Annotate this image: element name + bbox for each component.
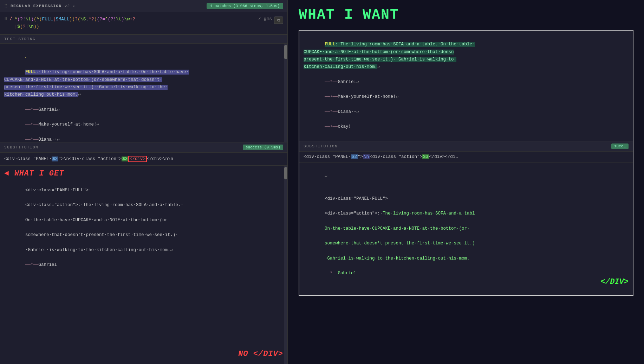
regex-not: ?! — [23, 24, 28, 29]
right-dialog-2: ——•—— — [325, 94, 338, 99]
full-keyword: FULL — [25, 70, 36, 75]
sub-text-3: </div>\n\n — [147, 157, 173, 161]
test-string-area[interactable]: ⌐ FULL:·The·living·room·has·SOFA·and·a·t… — [0, 44, 287, 142]
regex-q2: *? — [89, 17, 94, 22]
scrollbar[interactable] — [284, 44, 287, 142]
regex-anchor2: ^ — [37, 17, 39, 22]
test-string-content: ⌐ FULL:·The·living·room·has·SOFA·and·a·t… — [4, 46, 283, 142]
matches-badge: 4 matches (3 066 steps, 1.5ms) — [207, 3, 283, 9]
regex-dollar: $ — [17, 24, 20, 29]
right-output-area: ↵ <div·class="PANEL·FULL"> <div·class="a… — [299, 162, 633, 295]
right-out-green-4: ·Gahriel·is·walking·to·the·kitchen·calli… — [325, 256, 470, 261]
regex-lookahead1-close: ) — [31, 17, 34, 22]
scrollbar-thumb — [284, 45, 287, 59]
right-sub-header: SUBSTITUTION succ… — [299, 141, 633, 152]
what-i-get-label: ◄ WHAT I GET — [4, 169, 283, 178]
right-sub-content: <div·class="PANEL·$2">\n<div·class="acti… — [299, 152, 633, 162]
regex-open-slash: / — [9, 16, 12, 22]
regex-header-left: ⠿ REGULAR EXPRESSION v2 ▾ — [4, 3, 76, 9]
cursor-marker: ⌐ — [25, 56, 27, 59]
test-string-label: TEST STRING — [0, 34, 287, 44]
output-scrollbar-thumb — [284, 167, 287, 179]
right-panel: WHAT I WANT FULL:·The·living·room·has·SO… — [288, 0, 644, 364]
regex-anchor3: ^ — [105, 17, 108, 22]
sub-text-2: ">\n<div·class="action"> — [58, 157, 122, 161]
right-sub-var2: $2 — [351, 154, 358, 159]
regex-group4-close: )) — [34, 24, 39, 29]
regex-w: \w — [124, 17, 130, 22]
regex-body: ⠿ / ^(?!\t)(^(FULL|SMALL))?(\S.*?)(?=^(?… — [0, 12, 287, 34]
regex-small: SMALL — [56, 17, 70, 22]
right-out-green: The·living·room·has·SOFA·and·a·tabl — [383, 211, 475, 216]
regex-full: FULL — [42, 17, 53, 22]
substitution-header: SUBSTITUTION success (0.5ms) — [0, 142, 287, 153]
right-diana: Diana·◦ — [338, 109, 357, 114]
substitution-input[interactable]: <div·class="PANEL·$2">\n<div·class="acti… — [0, 153, 287, 166]
regex-pipe: | — [53, 17, 56, 22]
right-out-1: <div·class="PANEL·FULL"> — [325, 196, 388, 201]
regex-version: v2 — [65, 4, 70, 8]
regex-escape2: \t — [116, 17, 122, 22]
regex-group3-open: ( — [78, 17, 80, 22]
right-match-highlight: FULL:·The·living·room·has·SOFA·and·a·tab… — [304, 42, 475, 69]
right-make: Make·yourself·at·home! — [338, 94, 396, 99]
right-test-area: FULL:·The·living·room·has·SOFA·and·a·tab… — [299, 31, 633, 141]
regex-group4-open: ( — [20, 24, 23, 29]
right-success-badge: succ… — [611, 143, 629, 149]
right-out-2: <div·class="action">:· — [325, 211, 383, 216]
regex-q1: ? — [75, 17, 78, 22]
right-dialog-4: ——•—— — [325, 124, 338, 129]
regex-dropdown[interactable]: ▾ — [73, 4, 76, 8]
dialog-char-3: Diana· — [39, 137, 54, 142]
sub-var-3: $3 — [122, 157, 128, 161]
match-1: FULL:·The·living·room·has·SOFA·and·a·tab… — [4, 70, 189, 97]
right-out-green-3: somewhere·that·doesn't·present·the·first… — [325, 241, 475, 246]
right-out-green-2: On·the·table·have·CUPCAKE·and·a·NOTE·at·… — [325, 226, 470, 231]
regex-q3: +? — [130, 17, 135, 22]
regex-title: REGULAR EXPRESSION — [11, 4, 62, 8]
no-div-label: NO </DIV> — [238, 350, 283, 358]
dialog-char-1: Gahriel — [39, 107, 57, 112]
regex-group3-close: ) — [94, 17, 97, 22]
dialog-indent-2: ——•—— — [25, 122, 39, 127]
output-content: <div·class="PANEL·FULL">· <div·class="ac… — [4, 179, 283, 276]
regex-escape3: \n — [28, 24, 34, 29]
dialog-indent-1: ——*—— — [25, 107, 39, 112]
substitution-label: SUBSTITUTION — [4, 145, 38, 149]
output-area[interactable]: ◄ WHAT I GET <div·class="PANEL·FULL">· <… — [0, 166, 287, 364]
end-div-label: </DIV> — [601, 275, 629, 288]
dot-char: ◦ — [54, 137, 57, 142]
regex-group1-open: ( — [34, 17, 37, 22]
regex-drag-handle: ⠿ — [4, 17, 7, 22]
regex-pattern[interactable]: ^(?!\t)(^(FULL|SMALL))?(\S.*?)(?=^(?!\t)… — [14, 16, 256, 31]
regex-group2-close: )) — [70, 17, 75, 22]
drag-handle: ⠿ — [4, 4, 8, 9]
main-container: ⠿ REGULAR EXPRESSION v2 ▾ 4 matches (3 0… — [0, 0, 644, 364]
dialog-line-2: Make·yourself·at·home! — [39, 122, 97, 127]
right-dialog-out: ——*—— — [325, 271, 338, 276]
lineend-3: ↵ — [57, 137, 60, 142]
sub-close-div: </div> — [128, 156, 147, 162]
regex-lookahead2: (?= — [97, 17, 105, 22]
left-panel: ⠿ REGULAR EXPRESSION v2 ▾ 4 matches (3 0… — [0, 0, 288, 364]
regex-flags: / gms — [258, 16, 272, 21]
lineend-1: ↵ — [57, 107, 60, 112]
success-badge: success (0.5ms) — [243, 145, 283, 150]
right-gahriel: Gahriel — [338, 79, 357, 84]
regex-lookahead3-close: ) — [122, 17, 124, 22]
right-sub-var3: $3 — [422, 154, 429, 159]
right-gahriel-out: Gahriel — [338, 271, 357, 276]
right-okay: okay! — [338, 124, 351, 129]
sub-var-2: $2 — [52, 157, 58, 161]
regex-backslash-s: \S — [80, 17, 86, 22]
right-inner-box: FULL:·The·living·room·has·SOFA·and·a·tab… — [299, 30, 633, 296]
sub-text-1: <div·class="PANEL· — [4, 157, 52, 161]
regex-header: ⠿ REGULAR EXPRESSION v2 ▾ 4 matches (3 0… — [0, 0, 287, 12]
right-dialog-3: ——*—— — [325, 109, 338, 114]
right-sub-label: SUBSTITUTION — [304, 144, 338, 148]
right-full-label: FULL — [325, 42, 335, 47]
copy-button[interactable]: ⧉ — [274, 17, 283, 24]
output-scrollbar[interactable] — [284, 166, 287, 364]
dialog-indent-3: ——*—— — [25, 137, 39, 142]
regex-lookahead1: (?! — [17, 17, 25, 22]
